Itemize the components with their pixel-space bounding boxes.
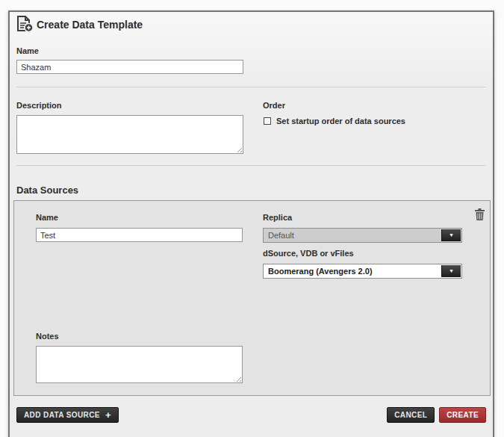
source-name-label: Name: [36, 213, 58, 222]
dsource-label: dSource, VDB or vFiles: [263, 249, 354, 258]
cancel-button[interactable]: CANCEL: [387, 407, 435, 423]
replica-dropdown[interactable]: Default ▼: [263, 228, 462, 243]
notes-label: Notes: [36, 332, 59, 341]
dialog-title: Create Data Template: [37, 17, 143, 32]
name-label: Name: [16, 46, 39, 55]
data-source-card: Name Replica Default ▼ dSource, VDB or v…: [13, 200, 491, 396]
startup-order-checkbox-label: Set startup order of data sources: [276, 117, 405, 125]
create-data-template-dialog: Create Data Template Name Description Or…: [8, 10, 494, 437]
plus-icon: +: [105, 412, 111, 419]
add-data-source-label: ADD DATA SOURCE: [24, 411, 100, 419]
delete-data-source-button[interactable]: [474, 208, 485, 221]
startup-order-checkbox-row[interactable]: Set startup order of data sources: [263, 117, 405, 125]
create-button[interactable]: CREATE: [439, 407, 486, 423]
add-data-source-button[interactable]: ADD DATA SOURCE +: [16, 407, 119, 423]
trash-icon: [474, 208, 485, 221]
data-template-add-icon: [16, 16, 34, 32]
description-textarea[interactable]: [16, 115, 243, 154]
replica-dropdown-value: Default: [268, 231, 294, 240]
section-divider: [16, 87, 486, 87]
notes-textarea[interactable]: [36, 346, 243, 383]
name-input[interactable]: [16, 60, 243, 74]
notes-textarea-wrap: [36, 346, 243, 383]
page-background: Create Data Template Name Description Or…: [0, 0, 504, 437]
order-label: Order: [263, 101, 285, 110]
dsource-dropdown-value: Boomerang (Avengers 2.0): [268, 267, 373, 276]
replica-label: Replica: [263, 213, 292, 222]
chevron-down-icon[interactable]: ▼: [441, 229, 461, 241]
description-textarea-wrap: [16, 115, 243, 154]
source-name-input[interactable]: [36, 228, 243, 242]
chevron-down-icon[interactable]: ▼: [441, 265, 461, 277]
description-label: Description: [16, 101, 62, 110]
data-sources-heading: Data Sources: [16, 185, 78, 196]
section-divider: [16, 165, 486, 166]
startup-order-checkbox[interactable]: [264, 117, 271, 125]
dialog-footer: ADD DATA SOURCE + CANCEL CREATE: [16, 407, 486, 423]
dsource-dropdown[interactable]: Boomerang (Avengers 2.0) ▼: [263, 264, 462, 279]
